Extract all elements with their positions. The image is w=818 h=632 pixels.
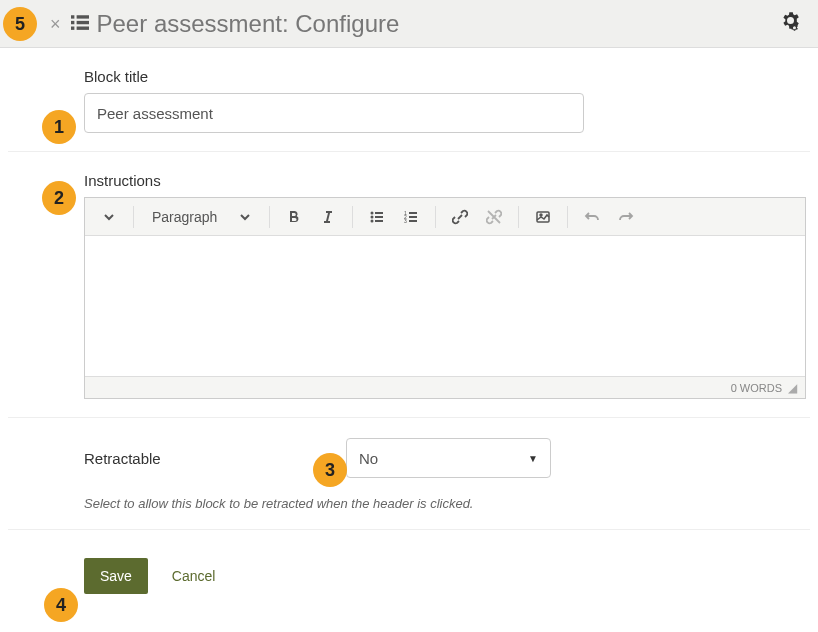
annotation-1: 1 bbox=[42, 110, 76, 144]
unlink-icon[interactable] bbox=[478, 202, 510, 232]
cancel-button[interactable]: Cancel bbox=[160, 558, 228, 594]
block-title-section: Block title bbox=[8, 48, 810, 152]
svg-rect-4 bbox=[71, 27, 74, 30]
svg-rect-17 bbox=[409, 220, 417, 222]
paragraph-label: Paragraph bbox=[152, 209, 217, 225]
svg-point-8 bbox=[371, 215, 374, 218]
svg-rect-9 bbox=[375, 216, 383, 218]
image-icon[interactable] bbox=[527, 202, 559, 232]
save-button[interactable]: Save bbox=[84, 558, 148, 594]
svg-rect-0 bbox=[71, 15, 74, 18]
retractable-label: Retractable bbox=[84, 450, 346, 467]
block-title-input[interactable] bbox=[84, 93, 584, 133]
retractable-select[interactable]: No ▼ bbox=[346, 438, 551, 478]
svg-rect-3 bbox=[76, 21, 88, 24]
instructions-section: Instructions Paragraph bbox=[8, 152, 810, 418]
numbered-list-icon[interactable]: 123 bbox=[395, 202, 427, 232]
instructions-label: Instructions bbox=[84, 172, 810, 189]
svg-point-6 bbox=[371, 211, 374, 214]
format-select[interactable]: Paragraph bbox=[142, 202, 227, 232]
svg-rect-1 bbox=[76, 15, 88, 18]
toolbar-separator bbox=[567, 206, 568, 228]
retractable-value: No bbox=[359, 450, 378, 467]
svg-point-10 bbox=[371, 219, 374, 222]
bold-icon[interactable] bbox=[278, 202, 310, 232]
toolbar-separator bbox=[518, 206, 519, 228]
annotation-2: 2 bbox=[42, 181, 76, 215]
resize-handle-icon[interactable]: ◢ bbox=[788, 381, 797, 395]
svg-text:3: 3 bbox=[404, 218, 407, 224]
editor-content-area[interactable] bbox=[85, 236, 805, 376]
form-actions: Save Cancel bbox=[8, 530, 810, 594]
toolbar-separator bbox=[435, 206, 436, 228]
block-title-label: Block title bbox=[84, 68, 810, 85]
svg-rect-13 bbox=[409, 212, 417, 214]
annotation-4: 4 bbox=[44, 588, 78, 622]
svg-rect-15 bbox=[409, 216, 417, 218]
svg-rect-5 bbox=[76, 27, 88, 30]
svg-rect-7 bbox=[375, 212, 383, 214]
toolbar-separator bbox=[133, 206, 134, 228]
editor-footer: 0 WORDS ◢ bbox=[85, 376, 805, 398]
toolbar-separator bbox=[352, 206, 353, 228]
toolbar-separator bbox=[269, 206, 270, 228]
svg-rect-2 bbox=[71, 21, 74, 24]
menu-expand-icon[interactable] bbox=[93, 202, 125, 232]
italic-icon[interactable] bbox=[312, 202, 344, 232]
svg-point-19 bbox=[540, 214, 542, 216]
svg-rect-18 bbox=[537, 212, 549, 222]
settings-icon[interactable] bbox=[780, 10, 808, 38]
rich-text-editor: Paragraph 123 bbox=[84, 197, 806, 399]
retractable-help: Select to allow this block to be retract… bbox=[84, 496, 810, 511]
undo-icon[interactable] bbox=[576, 202, 608, 232]
svg-rect-11 bbox=[375, 220, 383, 222]
close-icon[interactable]: × bbox=[50, 15, 61, 33]
retractable-section: Retractable No ▼ Select to allow this bl… bbox=[8, 418, 810, 530]
page-title: Peer assessment: Configure bbox=[97, 10, 400, 38]
annotation-5: 5 bbox=[3, 7, 37, 41]
list-icon bbox=[71, 13, 89, 34]
link-icon[interactable] bbox=[444, 202, 476, 232]
redo-icon[interactable] bbox=[610, 202, 642, 232]
chevron-down-icon[interactable] bbox=[229, 202, 261, 232]
bullet-list-icon[interactable] bbox=[361, 202, 393, 232]
editor-toolbar: Paragraph 123 bbox=[85, 198, 805, 236]
header-bar: × Peer assessment: Configure bbox=[0, 0, 818, 48]
annotation-3: 3 bbox=[313, 453, 347, 487]
word-count: 0 WORDS bbox=[731, 382, 782, 394]
caret-down-icon: ▼ bbox=[528, 453, 538, 464]
